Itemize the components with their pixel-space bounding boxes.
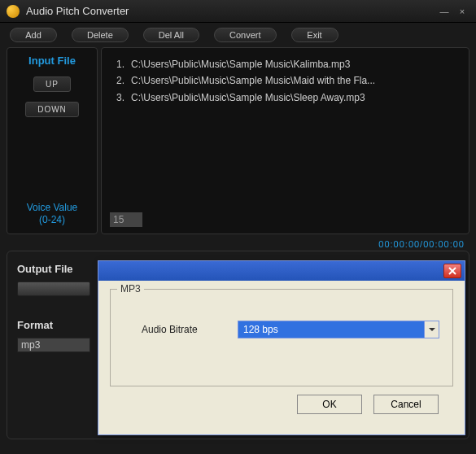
- app-title: Audio Pitch Converter: [26, 5, 129, 17]
- audio-bitrate-value: 128 bps: [243, 324, 278, 335]
- convert-button[interactable]: Convert: [214, 28, 277, 42]
- file-list-panel: 1. C:\Users\Public\Music\Sample Music\Ka…: [101, 47, 469, 234]
- close-icon[interactable]: ×: [455, 6, 469, 17]
- toolbar: Add Delete Del All Convert Exit: [0, 23, 476, 47]
- fieldset-legend: MP3: [117, 283, 144, 295]
- chevron-down-icon: [424, 321, 439, 338]
- up-button[interactable]: UP: [33, 76, 71, 92]
- file-list: 1. C:\Users\Public\Music\Sample Music\Ka…: [110, 56, 461, 106]
- close-icon: [448, 267, 456, 275]
- dialog-close-button[interactable]: [443, 264, 461, 278]
- titlebar: Audio Pitch Converter — ×: [0, 0, 476, 23]
- app-logo-icon: [7, 5, 20, 18]
- list-item[interactable]: 2. C:\Users\Public\Music\Sample Music\Ma…: [110, 72, 461, 89]
- delete-button[interactable]: Delete: [72, 28, 129, 42]
- input-file-label: Input File: [28, 55, 76, 67]
- dialog-titlebar: [98, 261, 465, 281]
- exit-button[interactable]: Exit: [291, 28, 338, 42]
- delall-button[interactable]: Del All: [143, 28, 199, 42]
- input-panel: Input File UP DOWN Voice Value (0-24): [7, 47, 98, 234]
- format-label: Format: [17, 319, 53, 331]
- voice-value-label: Voice Value (0-24): [27, 202, 78, 227]
- down-button[interactable]: DOWN: [25, 102, 79, 117]
- audio-bitrate-label: Audio Bitrate: [142, 324, 223, 335]
- format-select[interactable]: mp3: [17, 338, 90, 352]
- ok-button[interactable]: OK: [297, 395, 362, 414]
- add-button[interactable]: Add: [10, 28, 57, 42]
- audio-bitrate-combo[interactable]: 128 bps: [238, 321, 439, 338]
- timecode: 00:00:00/00:00:00: [0, 234, 476, 251]
- list-item[interactable]: 3. C:\Users\Public\Music\Sample Music\Sl…: [110, 89, 461, 106]
- list-item[interactable]: 1. C:\Users\Public\Music\Sample Music\Ka…: [110, 56, 461, 72]
- output-path-field[interactable]: [17, 282, 90, 296]
- cancel-button[interactable]: Cancel: [373, 395, 439, 414]
- mp3-fieldset: MP3 Audio Bitrate 128 bps: [110, 289, 453, 386]
- voice-value-input[interactable]: [110, 212, 142, 227]
- bitrate-dialog: MP3 Audio Bitrate 128 bps OK Cancel: [98, 260, 465, 435]
- minimize-icon[interactable]: —: [437, 6, 452, 17]
